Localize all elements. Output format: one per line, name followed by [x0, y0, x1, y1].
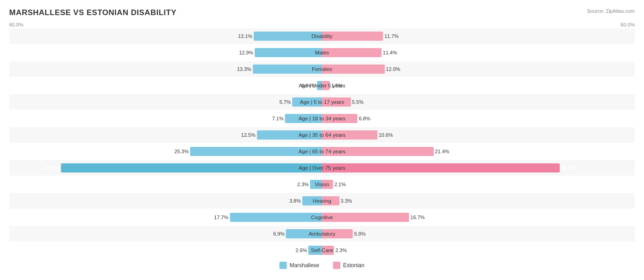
right-value: 2.3% [334, 248, 347, 253]
center-label: Hearing [313, 198, 331, 204]
center-label: Vision [315, 182, 329, 187]
right-value: 10.6% [377, 132, 393, 138]
right-value: 12.0% [385, 66, 400, 72]
chart-area: 60.0% 60.0% 13.1% 11.7% Disability [9, 22, 635, 269]
center-label: Females [312, 66, 332, 72]
right-value: 1.5% [330, 83, 343, 88]
left-value: 50.1% [45, 165, 61, 171]
table-row: 12.5% 10.6% Age | 35 to 64 years [9, 127, 635, 143]
left-value: 13.3% [237, 66, 252, 72]
legend: Marshallese Estonian [9, 262, 635, 269]
right-value: 21.4% [434, 149, 449, 154]
center-label: Ambulatory [309, 231, 335, 237]
center-label: Disability [311, 33, 333, 39]
left-value: 12.9% [239, 50, 255, 55]
blue-bar [230, 213, 322, 222]
table-row: 13.3% 12.0% Females [9, 61, 635, 77]
table-row: 0.94% 1.5% Age | Under 5 years [9, 78, 635, 93]
center-label: Cognitive [311, 215, 333, 220]
table-row: 3.8% 3.3% Hearing [9, 193, 635, 209]
right-value: 5.9% [353, 231, 366, 237]
center-label: Self-Care [311, 248, 333, 253]
left-value: 12.5% [241, 132, 257, 138]
legend-pink-box [333, 262, 340, 269]
right-value: 5.5% [351, 99, 364, 105]
center-label: Age | 5 to 17 years [300, 99, 344, 105]
left-value: 2.3% [297, 182, 310, 187]
table-row: 2.3% 2.1% Vision [9, 177, 635, 192]
right-value: 11.4% [382, 50, 397, 55]
legend-blue: Marshallese [279, 262, 319, 269]
axis-labels: 60.0% 60.0% [9, 22, 635, 27]
chart-title: MARSHALLESE VS ESTONIAN DISABILITY [9, 8, 635, 17]
legend-pink: Estonian [333, 262, 365, 269]
pink-bar [322, 163, 560, 172]
center-label: Males [315, 50, 329, 55]
left-value: 2.6% [295, 248, 308, 253]
legend-pink-label: Estonian [343, 262, 365, 269]
left-value: 5.7% [279, 99, 292, 105]
left-value: 6.9% [273, 231, 286, 237]
right-value: 16.7% [409, 215, 425, 220]
table-row: 6.9% 5.9% Ambulatory [9, 226, 635, 242]
chart-rows: 13.1% 11.7% Disability 12.9% [9, 28, 635, 258]
left-value: 25.3% [175, 149, 190, 154]
center-label: Age | 65 to 74 years [299, 149, 346, 154]
center-label: Age | 35 to 64 years [299, 132, 346, 138]
right-value: 11.7% [383, 33, 398, 39]
pink-bar [322, 48, 382, 57]
table-row: 7.1% 6.8% Age | 18 to 34 years [9, 111, 635, 126]
legend-blue-label: Marshallese [289, 262, 319, 269]
table-row: 25.3% 21.4% Age | 65 to 74 years [9, 144, 635, 159]
axis-left-label: 60.0% [9, 22, 23, 27]
center-label: Age | Over 75 years [299, 165, 345, 171]
legend-blue-box [279, 262, 287, 269]
axis-right-label: 60.0% [621, 22, 635, 27]
center-label: Age | 18 to 34 years [299, 116, 346, 121]
blue-bar [255, 48, 322, 57]
table-row: 12.9% 11.4% Males [9, 45, 635, 60]
left-value: 7.1% [272, 116, 285, 121]
left-value: 17.7% [214, 215, 229, 220]
left-value: 3.8% [289, 198, 302, 204]
table-row: 17.7% 16.7% Cognitive [9, 210, 635, 225]
pink-bar [322, 213, 409, 222]
source-label: Source: ZipAtlas.com [587, 8, 635, 14]
table-row: 2.6% 2.3% Self-Care [9, 242, 635, 258]
table-row: 50.1% 45.6% Age | Over 75 years [9, 160, 635, 176]
table-row: 5.7% 5.5% Age | 5 to 17 years [9, 94, 635, 110]
blue-bar [61, 163, 322, 172]
right-value: 3.3% [339, 198, 352, 204]
left-value: 13.1% [238, 33, 254, 39]
right-value: 45.6% [560, 165, 575, 171]
right-value: 2.1% [333, 182, 346, 187]
table-row: 13.1% 11.7% Disability [9, 28, 635, 44]
right-value: 6.8% [357, 116, 370, 121]
left-value: 0.94% [301, 83, 317, 88]
